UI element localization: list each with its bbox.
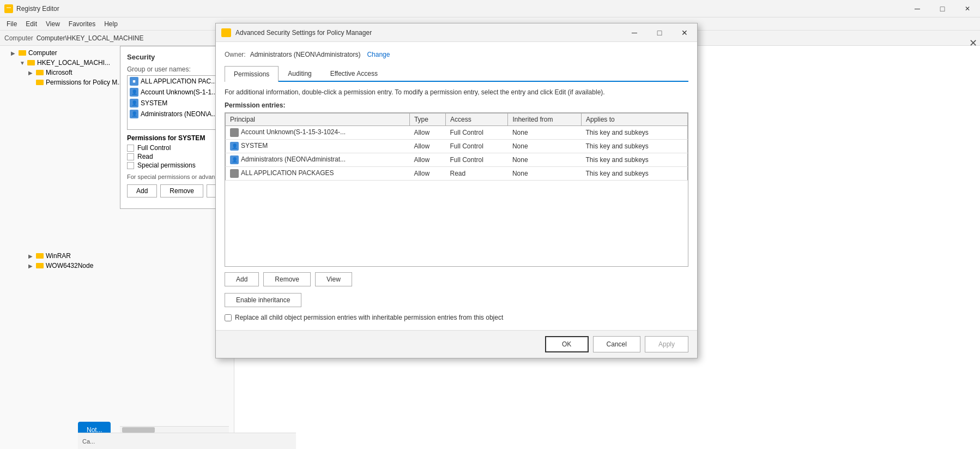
- cancel-button[interactable]: Cancel: [593, 336, 640, 352]
- titlebar-controls: ─ □ ✕: [905, 0, 980, 17]
- perm-checkbox-fullcontrol[interactable]: [127, 145, 134, 152]
- info-text: For additional information, double-click…: [225, 88, 688, 96]
- cell-type-1: Allow: [409, 140, 445, 153]
- table-row[interactable]: 👤SYSTEM Allow Full Control None This key…: [226, 140, 688, 153]
- tree-item-wow6432[interactable]: ▶ WOW6432Node: [0, 261, 234, 271]
- col-principal: Principal: [226, 113, 410, 126]
- cell-access-2: Full Control: [446, 153, 508, 167]
- cell-principal-1: 👤SYSTEM: [226, 140, 410, 153]
- cell-principal-2: 👤Administrators (NEON\Administrat...: [226, 153, 410, 167]
- cell-type-3: Allow: [409, 167, 445, 181]
- replace-checkbox-label: Replace all child object permission entr…: [235, 314, 503, 321]
- tree-label-winrar: WinRAR: [46, 252, 71, 260]
- cell-type-0: Allow: [409, 126, 445, 140]
- tree-label-computer: Computer: [28, 49, 57, 57]
- menu-edit[interactable]: Edit: [21, 19, 41, 29]
- package-icon: [230, 169, 239, 178]
- view-entry-button[interactable]: View: [315, 272, 352, 286]
- tree-item-winrar[interactable]: ▶ WinRAR: [0, 251, 234, 261]
- tabs-row: Permissions Auditing Effective Access: [225, 66, 688, 82]
- svg-rect-0: [5, 6, 12, 11]
- group-label-1: Account Unknown(S-1-1...: [141, 88, 217, 96]
- tree-arrow: ▶: [28, 70, 35, 76]
- cell-principal-0: Account Unknown(S-1-15-3-1024-...: [226, 126, 410, 140]
- action-buttons-row: Add Remove View: [225, 272, 688, 286]
- replace-checkbox[interactable]: [225, 314, 232, 321]
- cell-inherited-0: None: [508, 126, 582, 140]
- menu-help[interactable]: Help: [100, 19, 122, 29]
- folder-icon: [36, 263, 44, 268]
- cell-type-2: Allow: [409, 153, 445, 167]
- change-link[interactable]: Change: [367, 51, 390, 58]
- table-row[interactable]: 👤Administrators (NEON\Administrat... All…: [226, 153, 688, 167]
- folder-icon: [19, 50, 26, 56]
- dialog-footer: OK Cancel Apply: [216, 330, 697, 358]
- enable-inheritance-container: Enable inheritance: [225, 293, 688, 314]
- apply-button[interactable]: Apply: [645, 336, 688, 352]
- table-row[interactable]: ALL APPLICATION PACKAGES Allow Read None…: [226, 167, 688, 181]
- user-icon: 👤: [130, 99, 138, 107]
- enable-inheritance-button[interactable]: Enable inheritance: [225, 293, 301, 307]
- col-applies-to: Applies to: [581, 113, 687, 126]
- ok-button[interactable]: OK: [545, 336, 589, 352]
- col-access: Access: [446, 113, 508, 126]
- tree-arrow: ▶: [11, 50, 17, 56]
- registry-titlebar: Registry Editor ─ □ ✕: [0, 0, 980, 17]
- registry-icon: [4, 4, 13, 13]
- menu-file[interactable]: File: [2, 19, 21, 29]
- minimize-button[interactable]: ─: [905, 0, 930, 17]
- bottom-bar: Ca...: [78, 433, 296, 449]
- cell-applies-2: This key and subkeys: [581, 153, 687, 167]
- dialog-close[interactable]: ✕: [672, 23, 697, 42]
- user-icon: ■: [130, 77, 138, 86]
- user-icon: 👤: [130, 88, 138, 97]
- col-type: Type: [409, 113, 445, 126]
- advanced-security-dialog: Advanced Security Settings for Policy Ma…: [215, 23, 698, 358]
- cell-inherited-2: None: [508, 153, 582, 167]
- owner-value: Administrators (NEON\Administrators): [250, 51, 361, 58]
- side-close-button[interactable]: ✕: [969, 37, 977, 49]
- dialog-minimize[interactable]: ─: [622, 23, 647, 42]
- user-icon: 👤: [230, 142, 239, 151]
- cell-inherited-3: None: [508, 167, 582, 181]
- tree-arrow: ▼: [20, 60, 26, 66]
- replace-checkbox-row: Replace all child object permission entr…: [225, 314, 688, 321]
- tree-arrow: ▶: [28, 263, 35, 269]
- close-button[interactable]: ✕: [955, 0, 980, 17]
- dialog-titlebar: Advanced Security Settings for Policy Ma…: [216, 23, 697, 42]
- add-button[interactable]: Add: [127, 184, 157, 197]
- perm-table-container[interactable]: Principal Type Access Inherited from App…: [225, 112, 688, 267]
- address-value: Computer\HKEY_LOCAL_MACHINE: [37, 34, 144, 42]
- folder-icon: [36, 80, 44, 85]
- tree-label-wow6432: WOW6432Node: [46, 262, 93, 270]
- dialog-controls: ─ □ ✕: [622, 23, 697, 42]
- remove-button[interactable]: Remove: [160, 184, 203, 197]
- remove-entry-button[interactable]: Remove: [263, 272, 311, 286]
- col-inherited-from: Inherited from: [508, 113, 582, 126]
- tree-label-microsoft: Microsoft: [46, 69, 72, 76]
- group-label-3: Administrators (NEON\A...: [141, 110, 217, 118]
- menu-view[interactable]: View: [41, 19, 64, 29]
- horizontal-scrollbar[interactable]: [120, 426, 229, 433]
- tab-permissions[interactable]: Permissions: [225, 66, 279, 82]
- scrollbar-thumb[interactable]: [122, 427, 155, 433]
- maximize-button[interactable]: □: [930, 0, 955, 17]
- dialog-maximize[interactable]: □: [647, 23, 672, 42]
- bottom-bar-text: Ca...: [82, 438, 95, 445]
- user-icon: 👤: [230, 155, 239, 164]
- tab-effective-access[interactable]: Effective Access: [321, 66, 387, 81]
- perm-table: Principal Type Access Inherited from App…: [225, 113, 688, 181]
- folder-icon: [36, 253, 44, 259]
- package-icon: [230, 128, 239, 137]
- menu-favorites[interactable]: Favorites: [64, 19, 100, 29]
- folder-icon: [36, 70, 44, 75]
- tree-arrow: ▶: [28, 253, 35, 259]
- table-row[interactable]: Account Unknown(S-1-15-3-1024-... Allow …: [226, 126, 688, 140]
- add-entry-button[interactable]: Add: [225, 272, 259, 286]
- cell-principal-3: ALL APPLICATION PACKAGES: [226, 167, 410, 181]
- perm-checkbox-read[interactable]: [127, 153, 134, 160]
- tree-label-policy: Permissions for Policy M...: [46, 79, 123, 86]
- cell-access-1: Full Control: [446, 140, 508, 153]
- perm-checkbox-special[interactable]: [127, 162, 134, 169]
- tab-auditing[interactable]: Auditing: [279, 66, 320, 81]
